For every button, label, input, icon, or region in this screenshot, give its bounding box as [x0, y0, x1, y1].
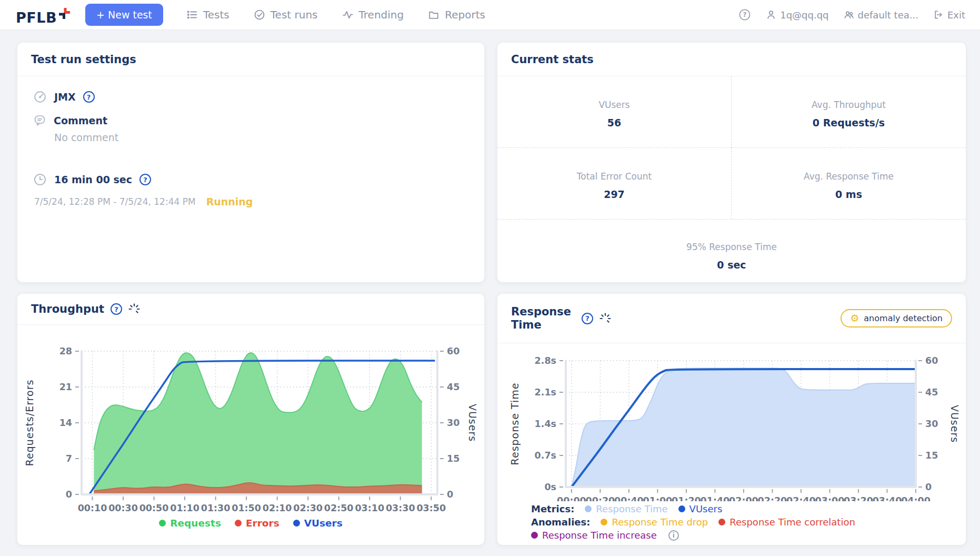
nav-item-trending[interactable]: Trending	[342, 8, 404, 21]
legend-item-rt-increase[interactable]: Response Time increase	[531, 530, 657, 541]
nav-item-test-runs[interactable]: Test runs	[254, 8, 318, 21]
svg-text:VUsers: VUsers	[949, 405, 961, 443]
comment-value: No comment	[54, 132, 468, 143]
legend-item-rt-correlation[interactable]: Response Time correlation	[718, 517, 855, 528]
test-type-row: JMX ?	[33, 90, 468, 104]
test-run-settings-body: JMX ? Comment No comment 16 min 00 sec ?…	[17, 76, 484, 207]
svg-text:02:50: 02:50	[324, 503, 354, 513]
svg-text:01:00: 01:00	[643, 495, 673, 501]
svg-text:0: 0	[66, 489, 72, 500]
pflb-logo[interactable]: PFLB	[16, 4, 72, 26]
team-menu[interactable]: default tea...	[844, 9, 918, 21]
svg-text:02:40: 02:40	[786, 495, 816, 501]
comment-label: Comment	[54, 115, 107, 126]
stats-grid: VUsers 56 Avg. Throughput 0 Requests/s T…	[497, 76, 966, 219]
anomalies-legend-row: Anomalies: Response Time drop Response T…	[531, 515, 966, 529]
current-stats-header: Current stats	[497, 43, 966, 76]
throughput-chart[interactable]: 0714212801530456000:1000:3000:5001:1001:…	[17, 325, 484, 514]
legend-label: VUsers	[689, 503, 723, 514]
anomaly-detection-button[interactable]: ⚙ anomaly detection	[841, 309, 952, 327]
user-icon	[766, 9, 776, 20]
svg-text:45: 45	[447, 382, 459, 392]
top-navbar: PFLB + New test Tests Test runs Trendi	[0, 0, 980, 30]
legend-dot	[293, 520, 300, 527]
exit-icon	[933, 9, 944, 20]
gear-icon: ⚙	[850, 313, 859, 323]
stat-label: VUsers	[497, 100, 731, 110]
team-icon	[844, 9, 854, 20]
stat-label: Avg. Throughput	[732, 100, 966, 110]
response-time-legend: Metrics: Response Time VUsers Anomalies:…	[497, 501, 966, 542]
help-circle-icon[interactable]: ?	[111, 303, 122, 315]
help-circle-icon[interactable]: ?	[83, 91, 95, 103]
svg-text:01:10: 01:10	[170, 503, 199, 513]
svg-text:03:30: 03:30	[386, 503, 415, 513]
svg-text:Requests/Errors: Requests/Errors	[24, 380, 35, 466]
anomalies-legend-row-2: Response Time increase i	[531, 529, 966, 542]
nav-item-tests[interactable]: Tests	[186, 8, 229, 21]
legend-label: Errors	[246, 518, 279, 529]
nav-item-label: Test runs	[271, 8, 318, 21]
svg-text:03:00: 03:00	[815, 495, 845, 501]
svg-text:00:20: 00:20	[586, 495, 615, 501]
svg-text:2.8s: 2.8s	[535, 355, 556, 366]
user-menu[interactable]: 1q@qq.qq	[766, 9, 828, 21]
legend-dot	[601, 519, 607, 525]
svg-text:00:40: 00:40	[614, 495, 644, 501]
anomaly-button-label: anomaly detection	[864, 313, 943, 323]
stat-total-errors: Total Error Count 297	[497, 148, 732, 219]
stat-value: 56	[497, 117, 731, 128]
svg-text:0.7s: 0.7s	[535, 450, 556, 461]
stat-value: 297	[497, 188, 731, 200]
svg-text:0: 0	[447, 489, 453, 500]
svg-text:14: 14	[59, 418, 72, 428]
exit-button[interactable]: Exit	[933, 9, 965, 21]
main-nav: Tests Test runs Trending Reports	[186, 8, 485, 21]
date-status-row: 7/5/24, 12:28 PM - 7/5/24, 12:44 PM Runn…	[34, 196, 468, 207]
svg-text:VUsers: VUsers	[467, 404, 478, 442]
legend-label: Requests	[170, 518, 221, 529]
loading-spinner-icon	[599, 313, 611, 324]
stat-value: 0 Requests/s	[732, 117, 966, 128]
help-circle-icon[interactable]: ?	[139, 174, 151, 185]
loading-spinner-icon	[128, 303, 140, 315]
nav-item-reports[interactable]: Reports	[428, 8, 485, 21]
test-run-settings-card: Test run settings JMX ? Comment No comme…	[17, 43, 484, 282]
legend-item-vusers[interactable]: VUsers	[678, 503, 723, 514]
help-button[interactable]: ?	[738, 8, 751, 21]
svg-text:15: 15	[447, 453, 459, 464]
legend-item-errors[interactable]: Errors	[235, 518, 279, 529]
info-icon[interactable]: i	[668, 530, 679, 541]
svg-text:60: 60	[925, 355, 938, 366]
new-test-button[interactable]: + New test	[85, 4, 163, 26]
svg-text:1.4s: 1.4s	[535, 419, 556, 429]
svg-text:0: 0	[925, 482, 932, 492]
metrics-legend-row: Metrics: Response Time VUsers	[531, 502, 966, 515]
card-title: Test run settings	[31, 53, 136, 66]
navbar-right: ? 1q@qq.qq default tea... Exit	[738, 8, 965, 21]
throughput-legend: Requests Errors VUsers	[17, 518, 484, 529]
svg-text:7: 7	[66, 453, 72, 464]
legend-dot	[235, 520, 242, 527]
response-time-chart[interactable]: 0s0.7s1.4s2.1s2.8s01530456000:0000:2000:…	[497, 343, 966, 501]
current-stats-card: Current stats VUsers 56 Avg. Throughput …	[497, 43, 966, 282]
folder-icon	[428, 9, 439, 21]
check-circle-icon	[254, 9, 265, 21]
svg-text:60: 60	[447, 346, 459, 356]
legend-item-vusers[interactable]: VUsers	[293, 518, 343, 529]
legend-dot	[159, 520, 166, 527]
team-name: default tea...	[858, 9, 918, 21]
help-circle-icon[interactable]: ?	[582, 313, 593, 324]
svg-text:45: 45	[925, 387, 938, 398]
legend-item-rt-drop[interactable]: Response Time drop	[601, 517, 708, 528]
svg-text:00:50: 00:50	[139, 503, 169, 513]
response-time-card: Response Time ? ⚙ anomaly detection 0s0.…	[497, 294, 966, 545]
svg-text:02:20: 02:20	[758, 495, 787, 501]
legend-item-requests[interactable]: Requests	[159, 518, 221, 529]
svg-text:02:30: 02:30	[293, 503, 323, 513]
response-time-header: Response Time ? ⚙ anomaly detection	[497, 294, 966, 343]
legend-dot	[678, 505, 685, 512]
svg-text:03:50: 03:50	[416, 503, 446, 513]
legend-item-response-time[interactable]: Response Time	[585, 503, 667, 514]
user-email: 1q@qq.qq	[780, 9, 828, 21]
